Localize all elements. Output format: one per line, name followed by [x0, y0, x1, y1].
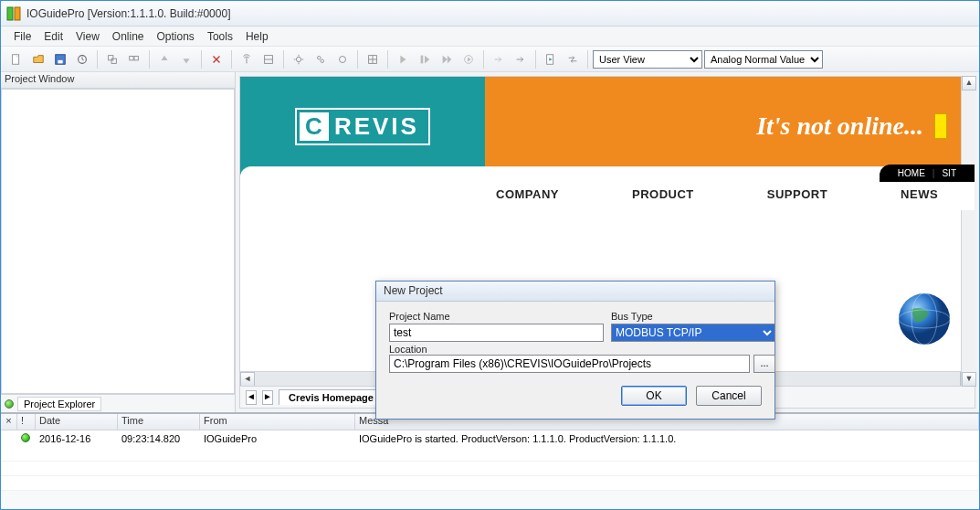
bus-type-select[interactable]: MODBUS TCP/IP [611, 324, 775, 342]
project-name-input[interactable] [389, 324, 604, 342]
menu-view[interactable]: View [76, 30, 100, 43]
location-input[interactable] [389, 355, 750, 373]
tb-arrow-right-icon[interactable] [489, 49, 509, 69]
topmenu-site[interactable]: SIT [942, 168, 956, 178]
toolbar-separator [357, 50, 358, 69]
log-time-col[interactable]: Time [118, 414, 200, 430]
browse-button[interactable]: ... [753, 355, 775, 373]
menu-online[interactable]: Online [112, 30, 144, 43]
tab-next-icon[interactable]: ► [262, 390, 273, 405]
tb-down-icon[interactable] [176, 49, 196, 69]
banner-button-icon[interactable] [934, 113, 947, 139]
tb-arrow-right2-icon[interactable] [511, 49, 531, 69]
globe-image [892, 287, 956, 354]
toolbar-separator [97, 50, 98, 69]
log-status-icon [21, 433, 30, 442]
svg-rect-9 [134, 56, 138, 59]
vertical-scrollbar[interactable]: ▲ ▼ [961, 76, 975, 387]
toolbar-separator [283, 50, 284, 69]
log-row[interactable]: 2016-12-16 09:23:14.820 IOGuidePro IOGui… [1, 430, 979, 447]
banner-orange: It's not online... [485, 77, 975, 175]
project-explorer-tab[interactable]: Project Explorer [1, 394, 235, 412]
log-message: IOGuidePro is started. ProductVerson: 1.… [355, 433, 979, 444]
log-from-col[interactable]: From [200, 414, 355, 430]
tb-play3-icon[interactable] [437, 49, 457, 69]
tb-save-icon[interactable] [50, 49, 70, 69]
tab-prev-icon[interactable]: ◄ [246, 390, 257, 405]
slogan-text: It's not online... [756, 112, 923, 141]
menu-edit[interactable]: Edit [44, 30, 63, 43]
tb-open-icon[interactable] [28, 49, 48, 69]
project-tree[interactable] [1, 89, 235, 394]
log-from: IOGuidePro [200, 433, 355, 444]
bus-type-label: Bus Type [611, 311, 775, 322]
nav-company[interactable]: COMPANY [496, 187, 559, 201]
ok-button[interactable]: OK [621, 386, 687, 406]
toolbar-value-select[interactable]: Analog Normal Value [704, 50, 823, 69]
tb-scan-icon[interactable] [258, 49, 279, 69]
toolbar-view-select[interactable]: User View [593, 50, 702, 69]
title-bar: IOGuidePro [Version:1.1.1.0. Build:#0000… [1, 1, 979, 27]
toolbar-separator [387, 50, 388, 69]
scroll-left-icon[interactable]: ◄ [240, 372, 255, 387]
log-time: 09:23:14.820 [118, 433, 200, 444]
project-window-title: Project Window [1, 72, 235, 89]
log-bang-col: ! [17, 414, 36, 430]
tb-doc-play-icon[interactable] [541, 49, 561, 69]
project-window-panel: Project Window Project Explorer [1, 72, 236, 412]
banner-teal: C REVIS [240, 77, 485, 175]
svg-point-15 [321, 59, 324, 63]
svg-rect-7 [111, 58, 116, 63]
svg-point-13 [296, 57, 300, 61]
menu-file[interactable]: File [14, 30, 31, 43]
svg-rect-0 [7, 7, 13, 20]
svg-rect-8 [130, 56, 133, 59]
menu-help[interactable]: Help [246, 30, 269, 43]
tb-play2-icon[interactable] [415, 49, 435, 69]
tb-grid-icon[interactable] [363, 49, 383, 69]
log-close-col[interactable]: × [1, 414, 17, 430]
svg-rect-2 [13, 54, 19, 64]
logo-rest: REVIS [334, 112, 419, 141]
tb-up-icon[interactable] [154, 49, 174, 69]
tb-gear2-icon[interactable] [311, 49, 331, 69]
site-nav: COMPANY PRODUCT SUPPORT NEWS CO [240, 166, 975, 210]
menu-options[interactable]: Options [157, 30, 195, 43]
toolbar: User View Analog Normal Value [1, 47, 979, 72]
svg-point-14 [318, 56, 321, 59]
log-date: 2016-12-16 [36, 433, 118, 444]
project-name-label: Project Name [389, 311, 604, 322]
svg-rect-1 [15, 7, 20, 20]
toolbar-separator [149, 50, 150, 69]
nav-news[interactable]: NEWS [901, 187, 938, 201]
tb-new-icon[interactable] [6, 49, 26, 69]
tb-play-icon[interactable] [393, 49, 413, 69]
svg-point-16 [340, 56, 346, 62]
log-date-col[interactable]: Date [36, 414, 118, 430]
scroll-up-icon[interactable]: ▲ [962, 76, 976, 90]
window-title: IOGuidePro [Version:1.1.1.0. Build:#0000… [26, 7, 230, 20]
topmenu-sep: | [933, 168, 935, 178]
toolbar-separator [231, 50, 232, 69]
svg-rect-4 [58, 59, 62, 63]
tb-add-node-icon[interactable] [102, 49, 122, 69]
scroll-down-icon[interactable]: ▼ [962, 372, 976, 387]
nav-product[interactable]: PRODUCT [632, 187, 694, 201]
tab-crevis-homepage[interactable]: Crevis Homepage [279, 389, 384, 405]
menu-tools[interactable]: Tools [207, 30, 233, 43]
nav-support[interactable]: SUPPORT [767, 187, 827, 201]
menu-bar: File Edit View Online Options Tools Help [1, 27, 979, 47]
tb-antenna-icon[interactable] [237, 49, 257, 69]
topmenu-home[interactable]: HOME [898, 168, 925, 178]
tb-transfer-icon[interactable] [563, 49, 583, 69]
tb-gear-icon[interactable] [289, 49, 309, 69]
svg-rect-20 [421, 55, 424, 63]
tb-delete-icon[interactable] [206, 49, 227, 69]
tb-add-node2-icon[interactable] [124, 49, 144, 69]
toolbar-separator [535, 50, 536, 69]
tb-play4-icon[interactable] [458, 49, 479, 69]
tb-clock-icon[interactable] [72, 49, 92, 69]
cancel-button[interactable]: Cancel [696, 386, 762, 406]
location-label: Location [389, 344, 427, 355]
tb-gear3-icon[interactable] [332, 49, 353, 69]
